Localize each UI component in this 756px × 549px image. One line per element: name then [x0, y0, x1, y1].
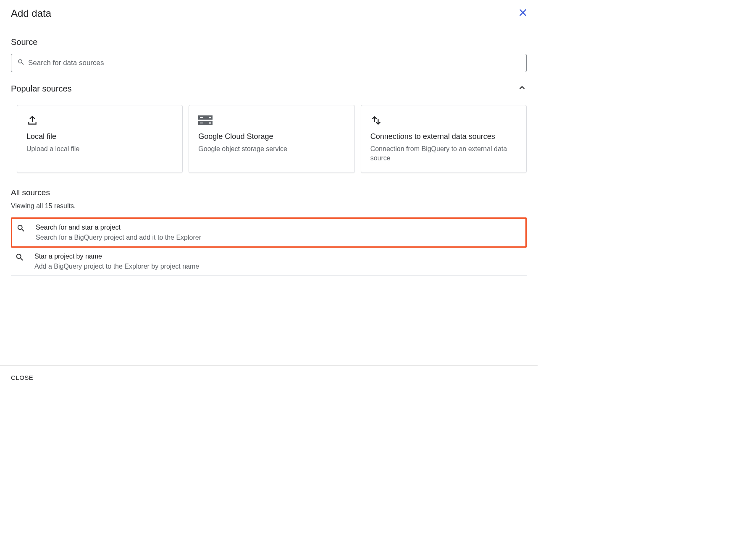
card-desc: Connection from BigQuery to an external …	[370, 144, 517, 163]
svg-point-3	[209, 117, 211, 118]
popular-sources-label: Popular sources	[11, 84, 72, 94]
card-local-file[interactable]: Local file Upload a local file	[17, 105, 183, 173]
upload-icon	[26, 115, 173, 126]
list-item-desc: Search for a BigQuery project and add it…	[36, 234, 201, 241]
card-desc: Google object storage service	[198, 144, 345, 154]
search-icon	[16, 224, 28, 235]
chevron-up-icon	[517, 83, 527, 94]
close-icon[interactable]	[518, 8, 528, 19]
card-external-connections[interactable]: Connections to external data sources Con…	[361, 105, 527, 173]
search-input[interactable]	[28, 59, 520, 67]
content-scroll[interactable]: Source Popular sources	[0, 27, 538, 365]
card-title: Connections to external data sources	[370, 132, 517, 141]
all-sources-list: Search for and star a project Search for…	[11, 217, 527, 276]
popular-cards-row: Local file Upload a local file Google Cl…	[0, 94, 538, 173]
search-icon	[17, 58, 25, 68]
dialog-header: Add data	[0, 0, 538, 27]
dialog-title: Add data	[11, 8, 51, 19]
popular-sources-toggle[interactable]: Popular sources	[0, 72, 538, 94]
source-label: Source	[11, 37, 527, 47]
card-desc: Upload a local file	[26, 144, 173, 154]
list-item-search-star-project[interactable]: Search for and star a project Search for…	[11, 217, 527, 248]
close-button[interactable]: CLOSE	[11, 374, 33, 381]
svg-point-5	[209, 122, 211, 124]
search-box[interactable]	[11, 54, 527, 72]
all-sources-label: All sources	[11, 188, 527, 197]
card-gcs[interactable]: Google Cloud Storage Google object stora…	[189, 105, 354, 173]
storage-icon	[198, 115, 345, 126]
list-item-desc: Add a BigQuery project to the Explorer b…	[34, 263, 199, 270]
all-sources-viewing: Viewing all 15 results.	[11, 202, 527, 210]
exchange-icon	[370, 115, 517, 126]
list-item-title: Star a project by name	[34, 253, 199, 260]
card-title: Google Cloud Storage	[198, 132, 345, 141]
dialog-footer: CLOSE	[0, 365, 538, 390]
list-item-star-by-name[interactable]: Star a project by name Add a BigQuery pr…	[11, 248, 527, 276]
card-title: Local file	[26, 132, 173, 141]
scroll-spacer	[0, 276, 538, 365]
list-item-title: Search for and star a project	[36, 224, 201, 231]
svg-rect-2	[200, 117, 203, 118]
svg-rect-4	[200, 123, 203, 123]
search-icon	[15, 253, 27, 264]
